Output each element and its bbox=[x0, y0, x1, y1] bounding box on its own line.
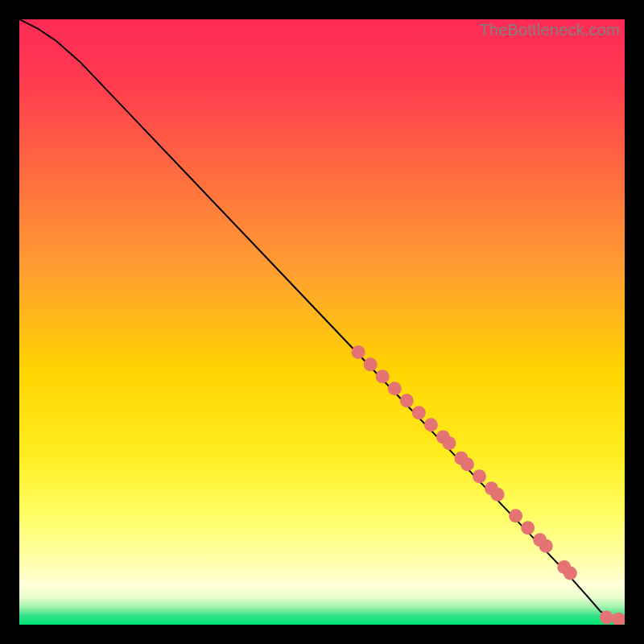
data-point bbox=[600, 610, 613, 624]
data-point bbox=[352, 345, 365, 359]
data-point bbox=[364, 357, 378, 371]
data-point bbox=[442, 436, 456, 450]
data-point bbox=[388, 382, 402, 395]
data-point bbox=[521, 521, 535, 535]
data-point bbox=[539, 539, 553, 553]
data-point bbox=[376, 369, 390, 383]
data-point bbox=[564, 567, 577, 580]
gradient-bg bbox=[19, 19, 625, 625]
data-point bbox=[509, 509, 522, 522]
data-point bbox=[473, 469, 486, 483]
data-point bbox=[460, 457, 474, 471]
data-point bbox=[491, 488, 505, 502]
data-point bbox=[424, 418, 438, 431]
watermark-text: TheBottleneck.com bbox=[479, 21, 620, 39]
data-point bbox=[400, 394, 414, 407]
chart-frame: TheBottleneck.com bbox=[19, 19, 625, 625]
data-point bbox=[412, 406, 426, 419]
chart-plot bbox=[19, 19, 625, 625]
